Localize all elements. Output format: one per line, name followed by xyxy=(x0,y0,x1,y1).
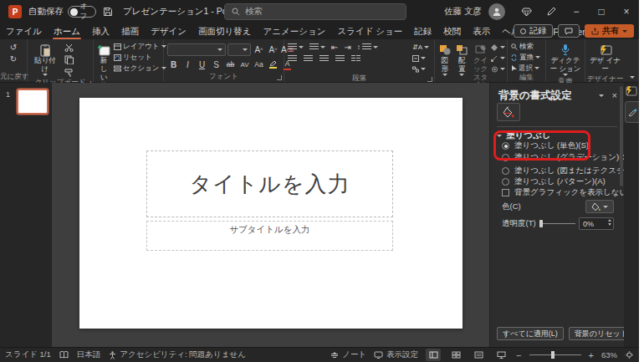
tab-slideshow[interactable]: スライド ショー xyxy=(331,23,408,39)
zoom-level[interactable]: 63% xyxy=(601,350,617,359)
align-center-button[interactable] xyxy=(304,55,313,63)
format-painter-icon[interactable] xyxy=(63,67,75,78)
copy-icon[interactable] xyxy=(63,54,75,65)
fill-section-header[interactable]: 塗りつぶし xyxy=(497,130,550,141)
autosave-control[interactable]: 自動保存 オフ xyxy=(28,6,96,18)
text-direction-button[interactable]: ⇵A xyxy=(412,43,429,52)
font-name-select[interactable] xyxy=(167,43,226,56)
strikethrough-button[interactable]: ab xyxy=(224,59,237,70)
dialog-launcher-icon[interactable] xyxy=(427,77,432,82)
spellcheck-book-icon[interactable] xyxy=(59,351,69,359)
designer-button[interactable]: デザ イナー xyxy=(587,42,623,74)
search-input[interactable]: 検索 xyxy=(224,3,406,20)
save-icon[interactable] xyxy=(103,7,113,17)
pane-scrollbar[interactable] xyxy=(620,86,623,186)
align-right-button[interactable] xyxy=(319,55,329,63)
tab-design[interactable]: デザイン xyxy=(145,23,192,39)
align-text-button[interactable] xyxy=(412,54,429,63)
redo-button[interactable]: ↻ xyxy=(8,54,20,64)
shape-outline-button[interactable] xyxy=(491,54,505,63)
tab-animations[interactable]: アニメーション xyxy=(257,23,331,39)
avatar[interactable] xyxy=(488,3,505,20)
increase-indent-button[interactable]: ⇥ xyxy=(344,43,350,52)
reading-view-button[interactable] xyxy=(471,349,486,361)
slide-sorter-view-button[interactable] xyxy=(448,349,463,361)
gem-icon[interactable] xyxy=(514,0,539,23)
character-spacing-button[interactable]: AV xyxy=(238,59,251,70)
format-pane-tab[interactable] xyxy=(625,101,639,123)
fill-option-solid[interactable]: 塗りつぶし (単色)(S) xyxy=(502,140,589,151)
columns-button[interactable] xyxy=(351,55,360,63)
collapse-ribbon-button[interactable] xyxy=(625,39,639,82)
line-spacing-button[interactable]: ↕ xyxy=(357,43,378,51)
record-button[interactable]: 記録 xyxy=(514,24,553,38)
fit-slide-to-window-button[interactable] xyxy=(625,350,634,359)
underline-button[interactable]: U xyxy=(196,59,208,70)
dictation-button[interactable]: ディクテー ション xyxy=(548,42,583,77)
close-button[interactable]: × xyxy=(614,0,639,23)
subtitle-placeholder[interactable]: サブタイトルを入力 xyxy=(146,221,393,251)
normal-view-button[interactable] xyxy=(426,349,441,361)
cut-icon[interactable] xyxy=(63,42,75,53)
shapes-button[interactable]: 図形 xyxy=(437,42,453,77)
notes-button[interactable]: ノート xyxy=(330,349,366,360)
autosave-toggle[interactable]: オフ xyxy=(68,6,96,18)
text-shadow-button[interactable]: S xyxy=(210,59,222,70)
fill-option-picture-texture[interactable]: 塗りつぶし (図またはテクスチャ)(P) xyxy=(502,166,639,176)
fill-option-pattern[interactable]: 塗りつぶし (パターン)(A) xyxy=(502,176,606,187)
decrease-indent-button[interactable]: ⇤ xyxy=(331,43,338,52)
zoom-slider-thumb[interactable] xyxy=(551,351,555,359)
dialog-launcher-icon[interactable] xyxy=(277,75,282,80)
zoom-in-button[interactable]: + xyxy=(589,350,594,360)
maximize-button[interactable]: □ xyxy=(589,0,614,23)
arrange-button[interactable]: 配置 xyxy=(454,42,471,77)
grow-font-button[interactable]: A˄ xyxy=(253,44,265,55)
pane-close-button[interactable]: × xyxy=(612,90,617,100)
color-picker-button[interactable] xyxy=(585,200,614,213)
reset-button[interactable]: リセット xyxy=(114,53,166,62)
spinner-arrows-icon[interactable] xyxy=(608,219,611,226)
zoom-slider[interactable] xyxy=(529,354,581,355)
fill-option-gradient[interactable]: 塗りつぶし (グラデーション)(G) xyxy=(502,152,631,163)
bullets-button[interactable] xyxy=(288,43,304,51)
slider-thumb[interactable] xyxy=(539,220,543,227)
apply-to-all-button[interactable]: すべてに適用(L) xyxy=(497,327,564,340)
comments-button[interactable] xyxy=(558,24,580,38)
layout-button[interactable]: レイアウト xyxy=(114,42,166,51)
shrink-font-button[interactable]: A˅ xyxy=(267,44,279,55)
hide-background-graphics-checkbox[interactable]: 背景グラフィックを表示しない(H) xyxy=(502,187,638,198)
slide-thumbnail-selected[interactable] xyxy=(17,89,49,115)
slideshow-view-button[interactable] xyxy=(493,349,509,361)
share-button[interactable]: 共有 xyxy=(585,24,634,38)
slide-editing-area[interactable]: タイトルを入力 サブタイトルを入力 xyxy=(79,98,463,329)
tab-draw[interactable]: 描画 xyxy=(115,23,145,39)
display-settings-button[interactable]: 表示設定 xyxy=(374,349,418,360)
section-button[interactable]: セクション xyxy=(114,64,166,73)
tab-record[interactable]: 記録 xyxy=(408,23,437,39)
align-left-button[interactable] xyxy=(288,55,297,63)
select-button[interactable]: 選択 xyxy=(511,64,539,73)
shape-fill-button[interactable] xyxy=(491,43,505,52)
transparency-slider[interactable] xyxy=(539,223,575,224)
title-placeholder[interactable]: タイトルを入力 xyxy=(146,150,393,217)
tab-review[interactable]: 校閲 xyxy=(437,23,467,39)
replace-button[interactable]: 置換 xyxy=(511,53,540,62)
justify-button[interactable] xyxy=(335,55,345,63)
tab-file[interactable]: ファイル xyxy=(0,23,48,39)
bold-button[interactable]: B xyxy=(167,59,180,70)
convert-smartart-button[interactable] xyxy=(412,64,429,74)
tab-transitions[interactable]: 画面切り替え xyxy=(192,23,258,39)
find-button[interactable]: 検索 xyxy=(511,42,534,51)
undo-button[interactable]: ↺ xyxy=(8,42,20,53)
accessibility-status[interactable]: アクセシビリティ: 問題ありません xyxy=(109,349,246,360)
shape-effects-button[interactable] xyxy=(491,64,505,74)
powerpoint-app-icon[interactable]: P xyxy=(8,5,22,18)
transparency-spinbox[interactable]: 0% xyxy=(579,217,614,230)
designer-pane-icon[interactable] xyxy=(625,85,637,96)
language-indicator[interactable]: 日本語 xyxy=(77,349,101,360)
change-case-button[interactable]: Aa xyxy=(253,59,265,70)
tab-view[interactable]: 表示 xyxy=(467,23,496,39)
italic-button[interactable]: I xyxy=(181,59,194,70)
highlight-color-button[interactable] xyxy=(267,59,279,70)
numbering-button[interactable] xyxy=(309,43,325,51)
